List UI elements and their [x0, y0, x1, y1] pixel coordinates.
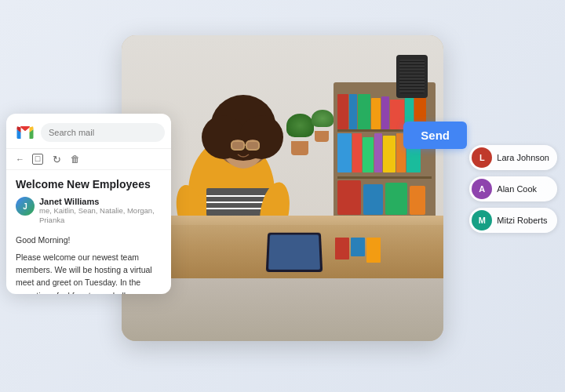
svg-point-4 — [202, 115, 246, 159]
desk-books — [335, 238, 381, 263]
sender-name: Janet Williams — [39, 197, 162, 206]
email-body-text: Please welcome our newest team members. … — [16, 251, 162, 294]
tablet — [266, 233, 323, 272]
contact-item-mitzi[interactable]: M Mitzi Roberts — [469, 208, 557, 233]
contact-avatar-lara: L — [472, 147, 492, 168]
main-scene: ← ☐ ↻ 🗑 Welcome New Employees J Janet Wi… — [0, 0, 565, 392]
svg-point-5 — [239, 115, 283, 159]
sender-row: J Janet Williams me, Kaitlin, Sean, Nata… — [16, 197, 162, 226]
gmail-card: ← ☐ ↻ 🗑 Welcome New Employees J Janet Wi… — [6, 114, 171, 294]
gmail-header — [6, 114, 171, 149]
gmail-search-input[interactable] — [41, 123, 165, 142]
delete-icon[interactable]: 🗑 — [70, 154, 81, 165]
email-subject: Welcome New Employees — [16, 178, 162, 191]
contact-name-mitzi: Mitzi Roberts — [497, 216, 547, 225]
svg-point-9 — [231, 140, 245, 151]
contact-name-lara: Lara Johnson — [497, 153, 549, 162]
send-button[interactable]: Send — [403, 122, 467, 149]
contact-item-alan[interactable]: A Alan Cook — [469, 176, 557, 201]
gmail-logo-icon — [16, 123, 35, 142]
back-arrow-icon[interactable]: ← — [16, 154, 24, 164]
email-body: Good Morning! Please welcome our newest … — [16, 234, 162, 294]
contact-name-alan: Alan Cook — [497, 184, 537, 194]
sender-to: me, Kaitlin, Sean, Natalie, Morgan, Pria… — [39, 206, 162, 226]
gmail-email-content: Welcome New Employees J Janet Williams m… — [6, 170, 171, 294]
archive-icon[interactable]: ☐ — [32, 154, 43, 165]
contact-avatar-alan: A — [472, 179, 492, 199]
refresh-icon[interactable]: ↻ — [51, 154, 62, 165]
contact-list: L Lara Johnson A Alan Cook M Mitzi Rober… — [469, 145, 557, 233]
contact-avatar-mitzi: M — [472, 210, 492, 230]
svg-point-10 — [246, 140, 260, 151]
email-greeting: Good Morning! — [16, 234, 162, 246]
contact-item-lara[interactable]: L Lara Johnson — [469, 145, 557, 170]
gmail-toolbar: ← ☐ ↻ 🗑 — [6, 149, 171, 170]
sender-avatar: J — [16, 197, 35, 216]
sender-info: Janet Williams me, Kaitlin, Sean, Natali… — [39, 197, 162, 226]
